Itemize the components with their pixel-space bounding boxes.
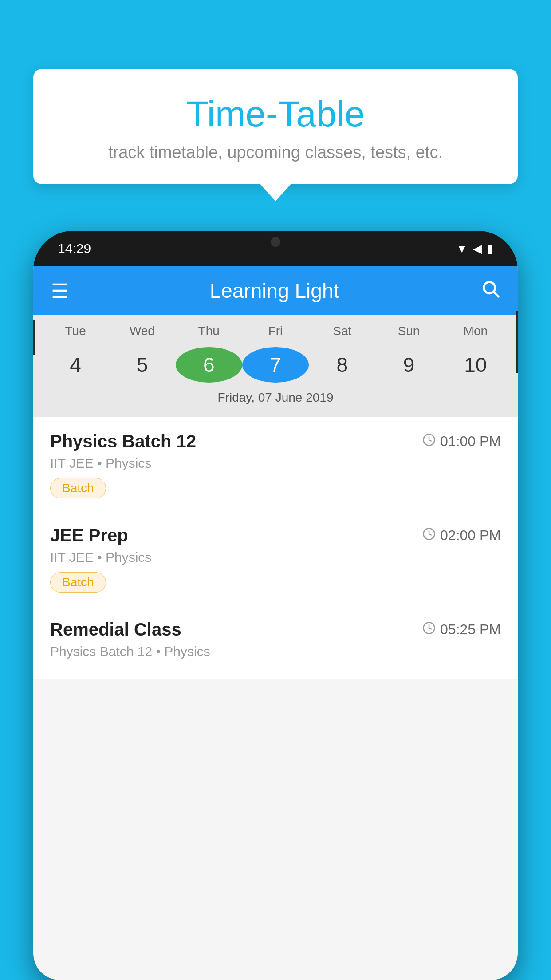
day-numbers: 4 5 6 7 8 9 10 — [33, 343, 518, 387]
class-item-header-2: JEE Prep 02:00 PM — [50, 526, 501, 545]
day-9[interactable]: 9 — [375, 347, 442, 383]
phone-notch — [249, 231, 302, 253]
day-7-selected[interactable]: 7 — [242, 347, 309, 383]
tooltip-card: Time-Table track timetable, upcoming cla… — [33, 69, 518, 184]
day-10[interactable]: 10 — [442, 347, 509, 383]
class-item-header-1: Physics Batch 12 01:00 PM — [50, 431, 501, 451]
tooltip-title: Time-Table — [60, 93, 491, 135]
class-item-physics-batch-12[interactable]: Physics Batch 12 01:00 PM IIT JEE • Phys… — [33, 417, 518, 511]
status-icons: ▼ ◀ ▮ — [456, 242, 493, 256]
class-name-3: Remedial Class — [50, 620, 181, 640]
wifi-icon: ▼ — [456, 242, 468, 256]
class-item-header-3: Remedial Class 05:25 PM — [50, 620, 501, 640]
day-header-sun: Sun — [375, 324, 442, 343]
day-header-mon: Mon — [442, 324, 509, 343]
signal-icon: ◀ — [473, 242, 482, 256]
camera-notch — [271, 237, 280, 247]
hamburger-icon[interactable]: ☰ — [51, 280, 68, 302]
svg-line-1 — [494, 292, 498, 296]
class-name-2: JEE Prep — [50, 526, 128, 545]
day-header-thu: Thu — [176, 324, 242, 343]
day-header-fri: Fri — [242, 324, 309, 343]
status-time: 14:29 — [58, 241, 91, 256]
day-header-tue: Tue — [42, 324, 109, 343]
search-icon[interactable] — [480, 279, 500, 303]
class-name-1: Physics Batch 12 — [50, 431, 196, 451]
calendar-week: Tue Wed Thu Fri Sat Sun Mon 4 5 6 7 8 9 … — [33, 315, 518, 417]
status-bar: 14:29 ▼ ◀ ▮ — [33, 231, 518, 266]
class-time-1: 01:00 PM — [422, 433, 501, 450]
phone-frame: 14:29 ▼ ◀ ▮ ☰ Learning Light Tue — [33, 231, 518, 980]
day-header-sat: Sat — [309, 324, 375, 343]
day-headers: Tue Wed Thu Fri Sat Sun Mon — [33, 324, 518, 343]
day-4[interactable]: 4 — [42, 347, 109, 383]
toolbar-title: Learning Light — [82, 279, 467, 303]
class-time-2: 02:00 PM — [422, 527, 501, 544]
batch-badge-1: Batch — [50, 478, 106, 498]
clock-icon-1 — [422, 433, 436, 450]
app-toolbar: ☰ Learning Light — [33, 266, 518, 315]
side-button-right — [516, 311, 518, 373]
day-5[interactable]: 5 — [109, 347, 175, 383]
class-time-3: 05:25 PM — [422, 621, 501, 638]
class-item-jee-prep[interactable]: JEE Prep 02:00 PM IIT JEE • Physics Batc… — [33, 511, 518, 605]
clock-icon-2 — [422, 527, 436, 544]
side-button-left — [33, 320, 35, 355]
class-subject-3: Physics Batch 12 • Physics — [50, 644, 501, 659]
class-item-remedial[interactable]: Remedial Class 05:25 PM Physics Batch 12… — [33, 605, 518, 679]
battery-icon: ▮ — [487, 242, 493, 256]
batch-badge-2: Batch — [50, 572, 106, 593]
class-subject-2: IIT JEE • Physics — [50, 550, 501, 565]
day-8[interactable]: 8 — [309, 347, 375, 383]
clock-icon-3 — [422, 621, 436, 638]
class-subject-1: IIT JEE • Physics — [50, 456, 501, 471]
app-screen: ☰ Learning Light Tue Wed Thu Fri Sat Sun… — [33, 266, 518, 980]
day-6-today[interactable]: 6 — [176, 347, 242, 383]
selected-date-label: Friday, 07 June 2019 — [33, 387, 518, 413]
tooltip-subtitle: track timetable, upcoming classes, tests… — [60, 143, 491, 162]
class-list: Physics Batch 12 01:00 PM IIT JEE • Phys… — [33, 417, 518, 679]
day-header-wed: Wed — [109, 324, 175, 343]
